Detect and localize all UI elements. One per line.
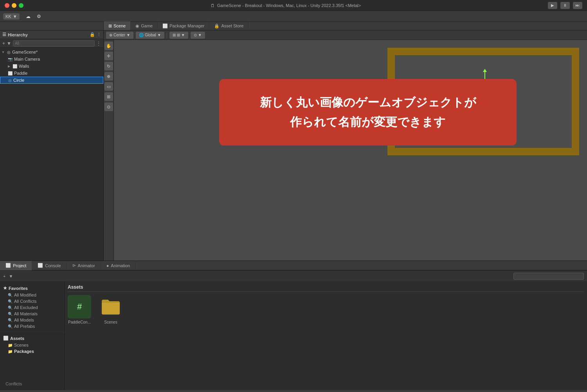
asset-item-scenes[interactable]: Scenes <box>99 295 122 324</box>
assets-header-label: Assets <box>68 284 584 292</box>
packages-folder-icon: 📁 <box>8 349 13 354</box>
bottom-options-button[interactable]: ▼ <box>9 274 13 279</box>
tab-game[interactable]: ◉ Game <box>131 22 158 30</box>
cloud-icon[interactable]: ☁ <box>26 14 31 19</box>
sidebar-item-all-prefabs[interactable]: 🔍 All Prefabs <box>3 323 61 329</box>
chevron-down-icon2: ▼ <box>157 33 161 37</box>
separator <box>167 32 167 38</box>
sidebar-item-scenes[interactable]: 📁 Scenes <box>3 342 61 348</box>
bottom-area: ⬜ Project ⬜ Console ⊳ Animator ● Animati… <box>0 261 587 390</box>
sidebar-item-all-modified[interactable]: 🔍 All Modified <box>3 292 61 298</box>
play-button[interactable]: ▶ <box>548 2 557 9</box>
search-icon: 🔍 <box>8 293 13 297</box>
scene-tools: ✋ ✛ ↻ ⊕ ▭ ⊞ ⊙ <box>104 40 114 261</box>
move-tool[interactable]: ✛ <box>104 52 113 60</box>
sidebar-item-all-materials[interactable]: 🔍 All Materials <box>3 311 61 317</box>
folder-icon: ⬜ <box>3 336 9 341</box>
hierarchy-lock-icon[interactable]: 🔒 <box>90 32 95 37</box>
asset-grid: # PaddleCon... Scenes <box>68 295 584 324</box>
transform-tool[interactable]: ⊞ <box>104 92 113 101</box>
tab-animator[interactable]: ⊳ Animator <box>67 261 101 270</box>
assets-header[interactable]: ⬜ Assets <box>3 334 61 342</box>
minus-icon[interactable]: ▼ <box>7 41 11 46</box>
asset-item-paddlecon[interactable]: # PaddleCon... <box>68 295 91 324</box>
scene-content: ✋ ✛ ↻ ⊕ ▭ ⊞ ⊙ 新しく丸い画像のゲームオブジェクトが 作られて名前が… <box>104 40 587 261</box>
minimize-button[interactable] <box>12 3 16 8</box>
console-tab-icon: ⬜ <box>38 263 43 268</box>
search-icon3: 🔍 <box>8 306 13 310</box>
hierarchy-header: ☰ Hierarchy 🔒 ⋮ <box>0 31 103 39</box>
rotate-tool[interactable]: ↻ <box>104 62 113 70</box>
hierarchy-item-walls[interactable]: ▶ ⬜ Walls <box>0 63 103 70</box>
grid-button[interactable]: ⊞ ⊞ ▼ <box>169 32 188 39</box>
sidebar-divider <box>0 332 64 332</box>
camera-icon: 📷 <box>8 57 13 61</box>
tab-project[interactable]: ⬜ Project <box>0 261 32 270</box>
chevron-down-icon: ▼ <box>13 14 17 19</box>
conflicts-label: Conflicts <box>5 381 22 387</box>
tab-console[interactable]: ⬜ Console <box>32 261 67 270</box>
scene-tab-icon: ⊞ <box>108 23 112 29</box>
scale-tool[interactable]: ⊕ <box>104 72 113 81</box>
bottom-toolbar: + ▼ <box>0 270 587 281</box>
walls-expand-arrow: ▶ <box>8 65 10 68</box>
favorites-section: ★ Favorites 🔍 All Modified 🔍 All Conflic… <box>0 284 64 330</box>
chevron-down-icon: ▼ <box>126 33 130 37</box>
close-button[interactable] <box>5 3 9 8</box>
hierarchy-panel: ☰ Hierarchy 🔒 ⋮ + ▼ ⋮ ▼ ◎ GameScene* 📷 <box>0 31 104 261</box>
window-title: 🗒 GameScene - Breakout - Windows, Mac, L… <box>211 3 361 8</box>
gizmos-button[interactable]: ⊙ ▼ <box>191 32 205 39</box>
expand-arrow: ▼ <box>2 50 5 54</box>
paddle-icon: ⬜ <box>8 71 13 76</box>
bottom-tabs: ⬜ Project ⬜ Console ⊳ Animator ● Animati… <box>0 261 587 270</box>
scene-tabs-bar: ⊞ Scene ◉ Game ⬜ Package Manager 🔒 Asset… <box>0 22 587 31</box>
main-area: ☰ Hierarchy 🔒 ⋮ + ▼ ⋮ ▼ ◎ GameScene* 📷 <box>0 31 587 261</box>
folder-asset-icon <box>99 295 122 318</box>
search-icon5: 🔍 <box>8 318 13 322</box>
grid-icon: ⊞ <box>173 33 176 37</box>
hierarchy-list: ▼ ◎ GameScene* 📷 Main Camera ▶ ⬜ Walls ⬜… <box>0 48 103 261</box>
tab-package-manager[interactable]: ⬜ Package Manager <box>158 22 209 30</box>
document-icon: 🗒 <box>211 3 215 8</box>
hierarchy-more-icon[interactable]: ⋮ <box>96 41 101 46</box>
sidebar-item-all-models[interactable]: 🔍 All Models <box>3 317 61 323</box>
fullscreen-button[interactable] <box>19 3 23 8</box>
pause-button[interactable]: ⏸ <box>560 2 570 9</box>
account-button[interactable]: KK ▼ <box>3 13 20 20</box>
hierarchy-item-gamescene[interactable]: ▼ ◎ GameScene* <box>0 49 103 56</box>
playbar: ▶ ⏸ ⏭ <box>548 2 582 9</box>
animation-tab-icon: ● <box>106 263 109 268</box>
speech-line1: 新しく丸い画像のゲームオブジェクトが <box>260 94 476 111</box>
tab-asset-store[interactable]: 🔒 Asset Store <box>209 22 248 30</box>
hierarchy-options-icon[interactable]: ⋮ <box>97 32 101 37</box>
sidebar-item-all-excluded[interactable]: 🔍 All Excluded <box>3 304 61 311</box>
hierarchy-item-circle[interactable]: ◎ Circle <box>0 77 103 84</box>
global-button[interactable]: 🌐 Global ▼ <box>136 32 164 39</box>
hierarchy-item-main-camera[interactable]: 📷 Main Camera <box>0 56 103 63</box>
account-label: KK <box>5 14 11 19</box>
circle-icon: ◎ <box>8 78 12 83</box>
hierarchy-item-paddle[interactable]: ⬜ Paddle <box>0 70 103 77</box>
step-button[interactable]: ⏭ <box>573 2 582 9</box>
center-pivot-button[interactable]: ⊕ Center ▼ <box>106 32 133 39</box>
tab-scene[interactable]: ⊞ Scene <box>104 22 131 30</box>
hierarchy-menu-icon: ☰ <box>2 32 6 37</box>
hierarchy-search[interactable] <box>13 40 95 47</box>
grid-chevron: ▼ <box>181 33 185 37</box>
add-asset-button[interactable]: + <box>3 274 5 279</box>
asset-search[interactable] <box>513 273 584 280</box>
hand-tool[interactable]: ✋ <box>104 41 113 50</box>
rect-tool[interactable]: ▭ <box>104 82 113 91</box>
favorites-header[interactable]: ★ Favorites <box>3 284 61 292</box>
settings-icon[interactable]: ⚙ <box>37 14 41 19</box>
sidebar-item-all-conflicts[interactable]: 🔍 All Conflicts <box>3 298 61 304</box>
package-tab-icon: ⬜ <box>162 23 168 29</box>
custom-tool[interactable]: ⊙ <box>104 102 113 111</box>
project-tab-icon: ⬜ <box>5 263 11 268</box>
global-icon: 🌐 <box>139 33 144 37</box>
search-icon2: 🔍 <box>8 299 13 304</box>
add-icon[interactable]: + <box>2 41 5 46</box>
asset-store-tab-icon: 🔒 <box>214 23 220 29</box>
sidebar-item-packages[interactable]: 📁 Packages <box>3 348 61 354</box>
tab-animation[interactable]: ● Animation <box>101 261 136 270</box>
